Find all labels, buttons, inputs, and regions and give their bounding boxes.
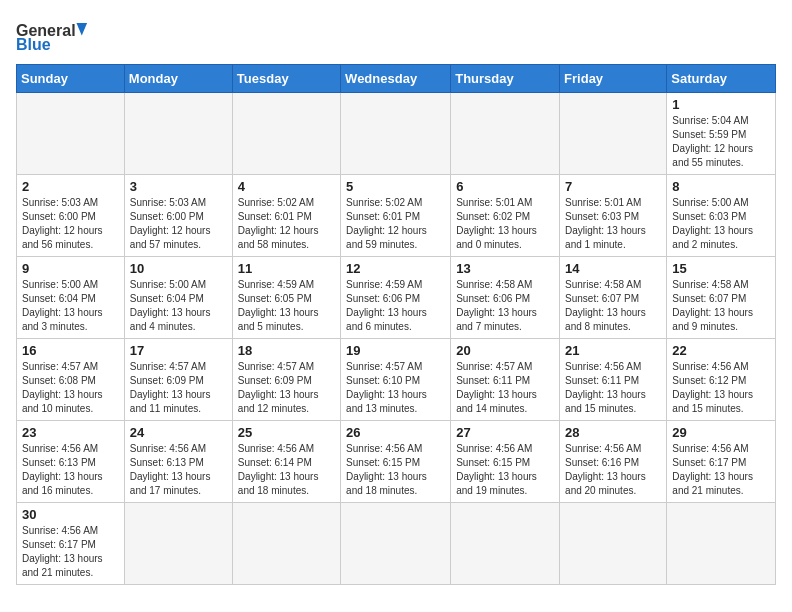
day-number: 10: [130, 261, 227, 276]
day-number: 18: [238, 343, 335, 358]
day-info: Sunrise: 4:59 AM Sunset: 6:05 PM Dayligh…: [238, 278, 335, 334]
calendar-cell: [17, 93, 125, 175]
calendar-table: SundayMondayTuesdayWednesdayThursdayFrid…: [16, 64, 776, 585]
calendar-cell: 6Sunrise: 5:01 AM Sunset: 6:02 PM Daylig…: [451, 175, 560, 257]
calendar-cell: [341, 93, 451, 175]
calendar-cell: 16Sunrise: 4:57 AM Sunset: 6:08 PM Dayli…: [17, 339, 125, 421]
calendar-cell: 9Sunrise: 5:00 AM Sunset: 6:04 PM Daylig…: [17, 257, 125, 339]
calendar-week-3: 9Sunrise: 5:00 AM Sunset: 6:04 PM Daylig…: [17, 257, 776, 339]
day-info: Sunrise: 5:04 AM Sunset: 5:59 PM Dayligh…: [672, 114, 770, 170]
calendar-cell: 14Sunrise: 4:58 AM Sunset: 6:07 PM Dayli…: [560, 257, 667, 339]
weekday-header-tuesday: Tuesday: [232, 65, 340, 93]
day-number: 16: [22, 343, 119, 358]
day-number: 28: [565, 425, 661, 440]
day-number: 14: [565, 261, 661, 276]
day-info: Sunrise: 4:56 AM Sunset: 6:15 PM Dayligh…: [346, 442, 445, 498]
day-info: Sunrise: 4:57 AM Sunset: 6:11 PM Dayligh…: [456, 360, 554, 416]
day-info: Sunrise: 4:58 AM Sunset: 6:07 PM Dayligh…: [565, 278, 661, 334]
calendar-cell: [124, 93, 232, 175]
calendar-week-5: 23Sunrise: 4:56 AM Sunset: 6:13 PM Dayli…: [17, 421, 776, 503]
calendar-cell: 7Sunrise: 5:01 AM Sunset: 6:03 PM Daylig…: [560, 175, 667, 257]
calendar-cell: 24Sunrise: 4:56 AM Sunset: 6:13 PM Dayli…: [124, 421, 232, 503]
weekday-header-monday: Monday: [124, 65, 232, 93]
calendar-week-6: 30Sunrise: 4:56 AM Sunset: 6:17 PM Dayli…: [17, 503, 776, 585]
calendar-cell: 2Sunrise: 5:03 AM Sunset: 6:00 PM Daylig…: [17, 175, 125, 257]
calendar-cell: 15Sunrise: 4:58 AM Sunset: 6:07 PM Dayli…: [667, 257, 776, 339]
calendar-cell: [667, 503, 776, 585]
day-info: Sunrise: 4:58 AM Sunset: 6:06 PM Dayligh…: [456, 278, 554, 334]
calendar-cell: [341, 503, 451, 585]
day-number: 30: [22, 507, 119, 522]
calendar-cell: 25Sunrise: 4:56 AM Sunset: 6:14 PM Dayli…: [232, 421, 340, 503]
day-number: 5: [346, 179, 445, 194]
calendar-week-4: 16Sunrise: 4:57 AM Sunset: 6:08 PM Dayli…: [17, 339, 776, 421]
calendar-cell: 4Sunrise: 5:02 AM Sunset: 6:01 PM Daylig…: [232, 175, 340, 257]
day-number: 6: [456, 179, 554, 194]
calendar-cell: 28Sunrise: 4:56 AM Sunset: 6:16 PM Dayli…: [560, 421, 667, 503]
calendar-cell: [232, 93, 340, 175]
day-info: Sunrise: 4:56 AM Sunset: 6:12 PM Dayligh…: [672, 360, 770, 416]
day-number: 24: [130, 425, 227, 440]
calendar-cell: [560, 503, 667, 585]
day-info: Sunrise: 5:00 AM Sunset: 6:03 PM Dayligh…: [672, 196, 770, 252]
weekday-header-sunday: Sunday: [17, 65, 125, 93]
day-number: 23: [22, 425, 119, 440]
day-info: Sunrise: 5:02 AM Sunset: 6:01 PM Dayligh…: [346, 196, 445, 252]
calendar-cell: 21Sunrise: 4:56 AM Sunset: 6:11 PM Dayli…: [560, 339, 667, 421]
day-info: Sunrise: 4:56 AM Sunset: 6:14 PM Dayligh…: [238, 442, 335, 498]
svg-marker-2: [76, 23, 87, 35]
calendar-cell: 12Sunrise: 4:59 AM Sunset: 6:06 PM Dayli…: [341, 257, 451, 339]
day-info: Sunrise: 5:02 AM Sunset: 6:01 PM Dayligh…: [238, 196, 335, 252]
calendar-cell: [560, 93, 667, 175]
day-number: 21: [565, 343, 661, 358]
day-number: 13: [456, 261, 554, 276]
day-info: Sunrise: 4:59 AM Sunset: 6:06 PM Dayligh…: [346, 278, 445, 334]
weekday-header-wednesday: Wednesday: [341, 65, 451, 93]
day-number: 26: [346, 425, 445, 440]
calendar-cell: 23Sunrise: 4:56 AM Sunset: 6:13 PM Dayli…: [17, 421, 125, 503]
day-info: Sunrise: 5:00 AM Sunset: 6:04 PM Dayligh…: [22, 278, 119, 334]
calendar-cell: 19Sunrise: 4:57 AM Sunset: 6:10 PM Dayli…: [341, 339, 451, 421]
day-info: Sunrise: 4:56 AM Sunset: 6:13 PM Dayligh…: [22, 442, 119, 498]
day-number: 19: [346, 343, 445, 358]
calendar-cell: 11Sunrise: 4:59 AM Sunset: 6:05 PM Dayli…: [232, 257, 340, 339]
day-info: Sunrise: 4:56 AM Sunset: 6:16 PM Dayligh…: [565, 442, 661, 498]
day-info: Sunrise: 5:03 AM Sunset: 6:00 PM Dayligh…: [130, 196, 227, 252]
calendar-cell: 27Sunrise: 4:56 AM Sunset: 6:15 PM Dayli…: [451, 421, 560, 503]
calendar-cell: 3Sunrise: 5:03 AM Sunset: 6:00 PM Daylig…: [124, 175, 232, 257]
day-number: 12: [346, 261, 445, 276]
calendar-cell: 5Sunrise: 5:02 AM Sunset: 6:01 PM Daylig…: [341, 175, 451, 257]
day-number: 17: [130, 343, 227, 358]
weekday-header-thursday: Thursday: [451, 65, 560, 93]
day-info: Sunrise: 4:56 AM Sunset: 6:15 PM Dayligh…: [456, 442, 554, 498]
calendar-cell: 13Sunrise: 4:58 AM Sunset: 6:06 PM Dayli…: [451, 257, 560, 339]
calendar-week-2: 2Sunrise: 5:03 AM Sunset: 6:00 PM Daylig…: [17, 175, 776, 257]
day-number: 25: [238, 425, 335, 440]
day-number: 20: [456, 343, 554, 358]
day-number: 8: [672, 179, 770, 194]
day-number: 7: [565, 179, 661, 194]
day-number: 3: [130, 179, 227, 194]
day-number: 9: [22, 261, 119, 276]
day-number: 2: [22, 179, 119, 194]
logo-image: General Blue: [16, 16, 96, 56]
page-header: General Blue: [16, 16, 776, 56]
day-info: Sunrise: 4:57 AM Sunset: 6:09 PM Dayligh…: [238, 360, 335, 416]
calendar-week-1: 1Sunrise: 5:04 AM Sunset: 5:59 PM Daylig…: [17, 93, 776, 175]
day-number: 22: [672, 343, 770, 358]
calendar-cell: 20Sunrise: 4:57 AM Sunset: 6:11 PM Dayli…: [451, 339, 560, 421]
calendar-cell: [451, 503, 560, 585]
day-number: 11: [238, 261, 335, 276]
weekday-header-row: SundayMondayTuesdayWednesdayThursdayFrid…: [17, 65, 776, 93]
calendar-cell: 1Sunrise: 5:04 AM Sunset: 5:59 PM Daylig…: [667, 93, 776, 175]
calendar-cell: 26Sunrise: 4:56 AM Sunset: 6:15 PM Dayli…: [341, 421, 451, 503]
day-number: 15: [672, 261, 770, 276]
calendar-cell: 8Sunrise: 5:00 AM Sunset: 6:03 PM Daylig…: [667, 175, 776, 257]
day-info: Sunrise: 5:00 AM Sunset: 6:04 PM Dayligh…: [130, 278, 227, 334]
day-number: 1: [672, 97, 770, 112]
day-info: Sunrise: 4:56 AM Sunset: 6:17 PM Dayligh…: [672, 442, 770, 498]
day-info: Sunrise: 4:56 AM Sunset: 6:11 PM Dayligh…: [565, 360, 661, 416]
calendar-cell: [232, 503, 340, 585]
day-number: 27: [456, 425, 554, 440]
weekday-header-saturday: Saturday: [667, 65, 776, 93]
